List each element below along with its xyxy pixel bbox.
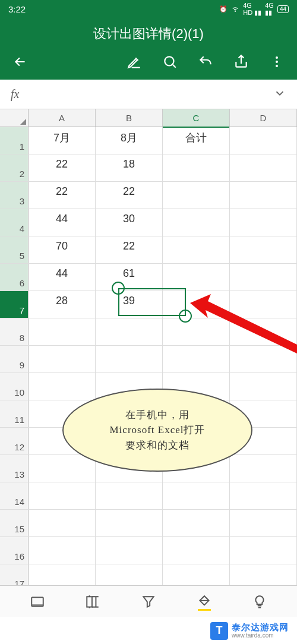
- cell[interactable]: [96, 346, 163, 372]
- cell[interactable]: [230, 127, 297, 154]
- cell[interactable]: [163, 510, 230, 536]
- cell[interactable]: 39: [96, 291, 163, 318]
- spreadsheet-grid[interactable]: ABCD 17月8月合计2221832222444305702264461728…: [0, 109, 297, 619]
- cell[interactable]: [230, 346, 297, 372]
- row-header[interactable]: 1: [0, 127, 29, 154]
- document-title: 设计出图详情(2)(1): [0, 18, 297, 53]
- cell[interactable]: [230, 154, 297, 181]
- cell[interactable]: [163, 154, 230, 181]
- cell[interactable]: [230, 537, 297, 564]
- share-icon[interactable]: [233, 53, 249, 70]
- cell[interactable]: [163, 537, 230, 564]
- cell[interactable]: [163, 182, 230, 209]
- cell[interactable]: [163, 291, 230, 318]
- cell[interactable]: [230, 482, 297, 509]
- cell[interactable]: 70: [29, 236, 96, 263]
- col-header-C[interactable]: C: [163, 109, 230, 127]
- svg-point-2: [276, 56, 278, 59]
- row-header[interactable]: 14: [0, 482, 29, 509]
- svg-point-1: [165, 56, 173, 65]
- row-header[interactable]: 10: [0, 373, 29, 400]
- row-header[interactable]: 4: [0, 209, 29, 236]
- cell[interactable]: [163, 346, 230, 372]
- back-button[interactable]: [12, 53, 29, 70]
- cell[interactable]: [230, 264, 297, 291]
- selection-handle-bottom[interactable]: [179, 310, 192, 323]
- table-row: 15: [0, 510, 297, 537]
- column-icon[interactable]: [84, 594, 101, 610]
- cell[interactable]: [230, 373, 297, 400]
- cell[interactable]: [230, 209, 297, 236]
- cell[interactable]: 22: [96, 182, 163, 209]
- row-header[interactable]: 15: [0, 510, 29, 536]
- row-header[interactable]: 7: [0, 291, 29, 318]
- cell[interactable]: [96, 537, 163, 564]
- row-header[interactable]: 3: [0, 182, 29, 209]
- row-header[interactable]: 5: [0, 236, 29, 263]
- cell[interactable]: [29, 373, 96, 400]
- cell[interactable]: 18: [96, 154, 163, 181]
- card-view-icon[interactable]: [29, 594, 46, 610]
- cell[interactable]: [96, 482, 163, 509]
- col-header-D[interactable]: D: [230, 109, 297, 127]
- pen-icon[interactable]: [126, 53, 143, 70]
- lightbulb-icon[interactable]: [251, 594, 268, 610]
- cell[interactable]: 44: [29, 209, 96, 236]
- filter-icon[interactable]: [140, 594, 157, 610]
- svg-point-0: [235, 11, 236, 11]
- col-header-A[interactable]: A: [29, 109, 96, 127]
- row-header[interactable]: 16: [0, 537, 29, 564]
- fill-color-icon[interactable]: [196, 594, 213, 610]
- cell[interactable]: 22: [96, 236, 163, 263]
- row-header[interactable]: 9: [0, 346, 29, 372]
- cell[interactable]: [163, 236, 230, 263]
- cell[interactable]: [230, 510, 297, 536]
- cell[interactable]: 7月: [29, 127, 96, 154]
- cell[interactable]: 合计: [163, 127, 230, 154]
- row-header[interactable]: 13: [0, 455, 29, 482]
- cell[interactable]: [29, 510, 96, 536]
- cell[interactable]: [29, 318, 96, 345]
- cell[interactable]: [230, 236, 297, 263]
- chevron-down-icon[interactable]: [273, 87, 286, 102]
- cell[interactable]: [163, 209, 230, 236]
- row-header[interactable]: 2: [0, 154, 29, 181]
- cell[interactable]: [96, 510, 163, 536]
- undo-icon[interactable]: [197, 53, 214, 70]
- cell[interactable]: [29, 455, 96, 482]
- cell[interactable]: 30: [96, 209, 163, 236]
- formula-bar[interactable]: fx: [0, 80, 297, 109]
- table-row: 72839: [0, 291, 297, 318]
- cell[interactable]: 22: [29, 182, 96, 209]
- cell[interactable]: 61: [96, 264, 163, 291]
- cell[interactable]: 28: [29, 291, 96, 318]
- more-menu-icon[interactable]: [268, 53, 285, 70]
- cell[interactable]: 44: [29, 264, 96, 291]
- battery-indicator: 44: [277, 5, 289, 13]
- cell[interactable]: [29, 482, 96, 509]
- row-header[interactable]: 8: [0, 318, 29, 345]
- cell[interactable]: [230, 182, 297, 209]
- select-all-corner[interactable]: [0, 109, 29, 127]
- row-header[interactable]: 12: [0, 428, 29, 454]
- cell[interactable]: [230, 318, 297, 345]
- annotation-callout: 在手机中，用 Microsoft Excel打开 要求和的文档: [62, 389, 252, 472]
- table-row: 64461: [0, 264, 297, 291]
- row-header[interactable]: 11: [0, 400, 29, 427]
- cell[interactable]: [163, 318, 230, 345]
- col-header-B[interactable]: B: [96, 109, 163, 127]
- cell[interactable]: [230, 455, 297, 482]
- status-right: ⏰ 4GHD ▮▮ 4G▮▮ 44: [219, 2, 289, 17]
- cell[interactable]: 22: [29, 154, 96, 181]
- table-row: 16: [0, 537, 297, 564]
- cell[interactable]: 8月: [96, 127, 163, 154]
- selection-handle-top[interactable]: [112, 282, 125, 295]
- row-header[interactable]: 6: [0, 264, 29, 291]
- cell[interactable]: [29, 346, 96, 372]
- cell[interactable]: [230, 291, 297, 318]
- search-icon[interactable]: [162, 53, 178, 70]
- cell[interactable]: [163, 264, 230, 291]
- cell[interactable]: [96, 318, 163, 345]
- cell[interactable]: [163, 482, 230, 509]
- cell[interactable]: [29, 537, 96, 564]
